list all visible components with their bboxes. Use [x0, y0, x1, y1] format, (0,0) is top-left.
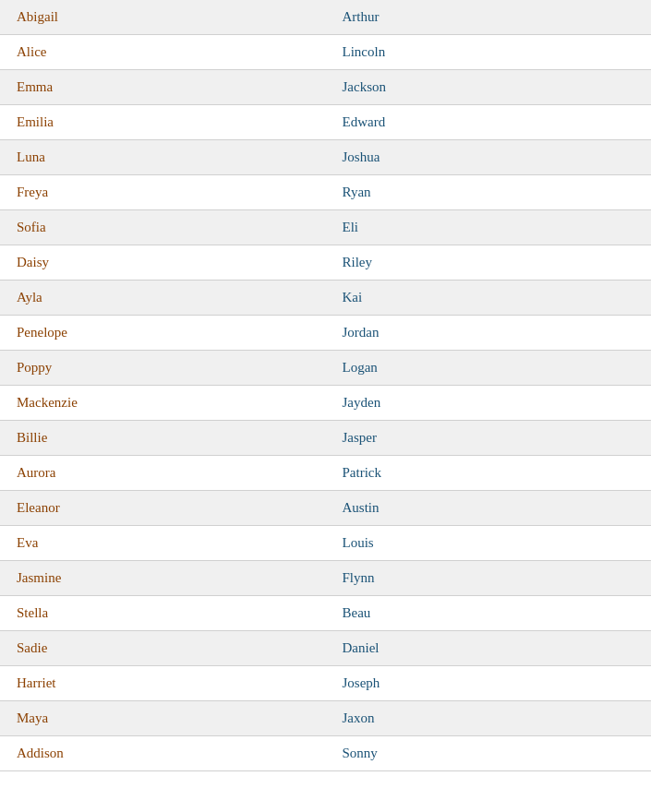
table-row: EvaLouis — [0, 526, 651, 561]
boy-name: Jayden — [326, 386, 652, 421]
girl-name: Luna — [0, 140, 326, 175]
girl-name: Harriet — [0, 666, 326, 701]
girl-name: Alice — [0, 35, 326, 70]
girl-name: Daisy — [0, 245, 326, 281]
boy-name: Logan — [326, 351, 652, 386]
girl-name: Freya — [0, 175, 326, 210]
girl-name: Aurora — [0, 456, 326, 491]
girl-name: Eleanor — [0, 491, 326, 526]
girl-name: Billie — [0, 421, 326, 456]
girl-name: Jasmine — [0, 561, 326, 596]
table-row: SofiaEli — [0, 210, 651, 245]
boy-name: Lincoln — [326, 35, 652, 70]
table-row: SadieDaniel — [0, 631, 651, 666]
girl-name: Emma — [0, 70, 326, 105]
table-row: AddisonSonny — [0, 736, 651, 771]
girl-name: Sadie — [0, 631, 326, 666]
boy-name: Patrick — [326, 456, 652, 491]
girl-name: Penelope — [0, 316, 326, 351]
boy-name: Daniel — [326, 631, 652, 666]
boy-name: Ryan — [326, 175, 652, 210]
table-row: MayaJaxon — [0, 701, 651, 736]
table-row: AbigailArthur — [0, 0, 651, 35]
girl-name: Addison — [0, 736, 326, 771]
boy-name: Jaxon — [326, 701, 652, 736]
boy-name: Jordan — [326, 316, 652, 351]
boy-name: Joshua — [326, 140, 652, 175]
girl-name: Emilia — [0, 105, 326, 140]
table-row: PoppyLogan — [0, 351, 651, 386]
table-row: MackenzieJayden — [0, 386, 651, 421]
boy-name: Jasper — [326, 421, 652, 456]
table-row: PenelopeJordan — [0, 316, 651, 351]
boy-name: Beau — [326, 596, 652, 631]
girl-name: Stella — [0, 596, 326, 631]
table-row: LunaJoshua — [0, 140, 651, 175]
boy-name: Austin — [326, 491, 652, 526]
boy-name: Riley — [326, 245, 652, 281]
table-row: JasmineFlynn — [0, 561, 651, 596]
table-row: AuroraPatrick — [0, 456, 651, 491]
boy-name: Flynn — [326, 561, 652, 596]
table-row: DaisyRiley — [0, 245, 651, 281]
girl-name: Ayla — [0, 281, 326, 316]
table-row: StellaBeau — [0, 596, 651, 631]
table-row: AliceLincoln — [0, 35, 651, 70]
girl-name: Mackenzie — [0, 386, 326, 421]
table-row: HarrietJoseph — [0, 666, 651, 701]
table-row: EmiliaEdward — [0, 105, 651, 140]
boy-name: Jackson — [326, 70, 652, 105]
boy-name: Kai — [326, 281, 652, 316]
table-row: EleanorAustin — [0, 491, 651, 526]
girl-name: Maya — [0, 701, 326, 736]
table-row: BillieJasper — [0, 421, 651, 456]
boy-name: Arthur — [326, 0, 652, 35]
names-table: AbigailArthurAliceLincolnEmmaJacksonEmil… — [0, 0, 651, 771]
table-row: FreyaRyan — [0, 175, 651, 210]
girl-name: Poppy — [0, 351, 326, 386]
table-row: EmmaJackson — [0, 70, 651, 105]
boy-name: Sonny — [326, 736, 652, 771]
girl-name: Eva — [0, 526, 326, 561]
boy-name: Louis — [326, 526, 652, 561]
boy-name: Eli — [326, 210, 652, 245]
table-row: AylaKai — [0, 281, 651, 316]
boy-name: Joseph — [326, 666, 652, 701]
girl-name: Sofia — [0, 210, 326, 245]
girl-name: Abigail — [0, 0, 326, 35]
boy-name: Edward — [326, 105, 652, 140]
